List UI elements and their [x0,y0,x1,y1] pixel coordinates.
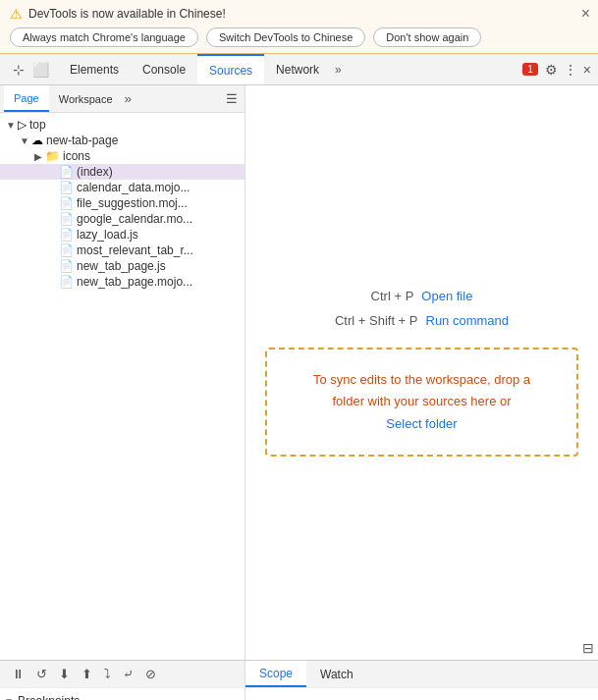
left-tab-workspace[interactable]: Workspace [49,85,123,112]
tab-elements[interactable]: Elements [58,54,131,84]
notification-bar: ⚠ DevTools is now available in Chinese! … [0,0,598,54]
right-panel: Ctrl + P Open file Ctrl + Shift + P Run … [245,85,598,660]
drop-text: To sync edits to the workspace, drop a f… [313,372,530,408]
file-icon-lazyload: 📄 [59,228,74,242]
tab-sources[interactable]: Sources [197,54,264,84]
step-over-button[interactable]: ↺ [32,665,51,683]
tree-label-newtabpagejs: new_tab_page.js [77,259,166,273]
debug-toolbar: ⏸ ↺ ⬇ ⬆ ⤵ ⤶ ⊘ [0,661,245,688]
left-panel-tabs: Page Workspace » ☰ [0,85,245,113]
file-icon-filesuggestion: 📄 [59,196,74,210]
notification-close-button[interactable]: × [581,6,590,22]
file-icon-calendar: 📄 [59,181,74,194]
file-icon-googlecalendar: 📄 [59,212,74,226]
file-icon-mostrelevant: 📄 [59,243,74,257]
shortcut-open-file: Ctrl + P Open file [265,289,578,303]
bottom-left-scroll[interactable]: ▼ Breakpoints Pause on uncaught exceptio… [0,688,245,700]
tree-label-filesuggestion: file_suggestion.moj... [77,196,188,210]
cloud-icon-newtabpage: ☁ [31,134,43,147]
inspect-icon[interactable]: ⊹ [10,59,27,81]
tree-item-googlecalendar[interactable]: 📄 google_calendar.mo... [0,211,245,227]
step-out-button[interactable]: ⬆ [78,665,96,683]
always-match-button[interactable]: Always match Chrome's language [10,27,198,47]
run-command-shortcut-key: Ctrl + Shift + P [335,313,418,328]
tree-item-newtabpagejs[interactable]: 📄 new_tab_page.js [0,258,245,274]
tree-item-lazyload[interactable]: 📄 lazy_load.js [0,227,245,242]
tree-item-newtabpage[interactable]: ▼ ☁ new-tab-page [0,133,245,148]
tree-label-index: (index) [77,165,113,179]
file-tree-container: ▼ ▷ top ▼ ☁ new-tab-page ▶ [0,113,245,660]
shortcut-run-command: Ctrl + Shift + P Run command [265,313,578,328]
tree-item-index[interactable]: 📄 (index) [0,164,245,180]
bottom-right-panel: Scope Watch Not paused [245,661,598,700]
tree-label-mostrelevant: most_relevant_tab_r... [77,243,193,257]
left-panel: Page Workspace » ☰ ▼ ▷ top [0,85,245,660]
tree-label-lazyload: lazy_load.js [77,228,138,242]
notification-message: DevTools is now available in Chinese! [28,7,226,21]
tree-arrow-top: ▼ [4,120,18,131]
notification-title: ⚠ DevTools is now available in Chinese! [10,6,588,22]
tree-item-filesuggestion[interactable]: 📄 file_suggestion.moj... [0,195,245,211]
open-file-link[interactable]: Open file [421,289,472,303]
tabs-more-button[interactable]: » [331,61,346,79]
editor-area: Ctrl + P Open file Ctrl + Shift + P Run … [245,85,598,660]
pause-button[interactable]: ⏸ [8,665,28,683]
file-icon-newtabpagemojo: 📄 [59,275,74,289]
scope-watch-tabbar: Scope Watch [245,661,598,688]
dont-show-button[interactable]: Don't show again [373,27,481,47]
watch-tab[interactable]: Watch [306,661,367,687]
breakpoints-label: Breakpoints [18,694,80,700]
tree-item-icons[interactable]: ▶ 📁 icons [0,148,245,164]
tree-label-top: top [29,118,46,132]
device-icon[interactable]: ⬜ [29,59,52,81]
tree-label-newtabpagemojo: new_tab_page.mojo... [77,275,192,289]
select-folder-link[interactable]: Select folder [386,416,457,431]
devtools-left-icons: ⊹ ⬜ [4,59,58,81]
warning-icon: ⚠ [10,6,23,22]
folder-icon-icons: 📁 [45,149,60,163]
tree-arrow-newtabpage: ▼ [18,135,31,146]
left-tabs-more-button[interactable]: » [125,91,132,106]
tree-label-icons: icons [63,149,90,163]
step-button[interactable]: ⤵ [100,665,115,683]
open-file-shortcut-key: Ctrl + P [371,289,414,303]
run-command-link[interactable]: Run command [426,313,510,328]
tree-arrow-icons: ▶ [31,151,45,162]
tree-item-calendar[interactable]: 📄 calendar_data.mojo... [0,180,245,195]
right-panel-toolbar: ⊟ [582,640,594,656]
file-tree-scroll[interactable]: ▼ ▷ top ▼ ☁ new-tab-page ▶ [0,113,245,660]
tree-item-newtabpagemojo[interactable]: 📄 new_tab_page.mojo... [0,274,245,290]
new-file-icon[interactable]: ☰ [223,88,241,109]
no-pause-icon[interactable]: ⊘ [141,665,160,683]
split-editor-icon[interactable]: ⊟ [582,640,594,656]
file-tree: ▼ ▷ top ▼ ☁ new-tab-page ▶ [0,113,245,294]
left-tab-page[interactable]: Page [4,85,49,112]
close-devtools-icon[interactable]: × [580,59,594,81]
breakpoints-arrow: ▼ [4,696,14,701]
settings-icon[interactable]: ⚙ [542,59,561,81]
bottom-left-panel: ⏸ ↺ ⬇ ⬆ ⤵ ⤶ ⊘ ▼ Breakpoints Pause on unc… [0,661,245,700]
scope-content: Not paused [245,688,598,700]
error-badge: 1 [522,63,538,76]
tree-label-calendar: calendar_data.mojo... [77,181,190,194]
tree-label-googlecalendar: google_calendar.mo... [77,212,192,226]
deactivate-button[interactable]: ⤶ [119,665,137,683]
step-into-button[interactable]: ⬇ [55,665,74,683]
folder-icon-top: ▷ [18,118,27,132]
breakpoints-section-header[interactable]: ▼ Breakpoints [0,692,245,700]
switch-devtools-button[interactable]: Switch DevTools to Chinese [206,27,365,47]
tab-console[interactable]: Console [131,54,197,84]
tab-network[interactable]: Network [264,54,331,84]
scope-tab[interactable]: Scope [245,661,306,687]
more-options-icon[interactable]: ⋮ [561,59,580,81]
tree-item-top[interactable]: ▼ ▷ top [0,117,245,133]
tree-label-newtabpage: new-tab-page [46,134,118,147]
main-tab-bar: ⊹ ⬜ Elements Console Sources Network » 1… [0,54,598,85]
file-icon-index: 📄 [59,165,74,179]
notification-buttons: Always match Chrome's language Switch De… [10,27,588,47]
tree-item-mostrelevant[interactable]: 📄 most_relevant_tab_r... [0,242,245,258]
file-icon-newtabpagejs: 📄 [59,259,74,273]
bottom-area: ⏸ ↺ ⬇ ⬆ ⤵ ⤶ ⊘ ▼ Breakpoints Pause on unc… [0,660,598,700]
drop-folder-box[interactable]: To sync edits to the workspace, drop a f… [265,348,578,456]
main-content-area: Page Workspace » ☰ ▼ ▷ top [0,85,598,660]
